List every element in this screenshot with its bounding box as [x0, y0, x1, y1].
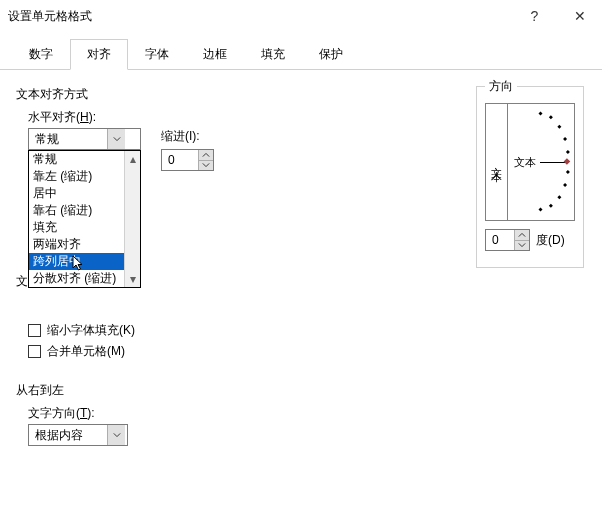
content-area: 文本对齐方式 水平对齐(H): 常规 常规 靠左 (缩进) 居中 靠右 (缩进)…: [0, 70, 602, 456]
tab-number[interactable]: 数字: [12, 39, 70, 70]
chevron-down-icon: [113, 431, 121, 439]
svg-rect-2: [557, 125, 561, 129]
titlebar: 设置单元格格式 ? ✕: [0, 0, 602, 32]
dropdown-scrollbar[interactable]: ▴ ▾: [124, 151, 140, 287]
svg-rect-8: [557, 195, 561, 199]
svg-rect-1: [549, 115, 553, 119]
orientation-group: 方向 文本 文本: [476, 78, 584, 268]
svg-rect-6: [566, 170, 570, 174]
shrink-to-fit-row: 缩小字体填充(K): [28, 322, 586, 339]
shrink-to-fit-checkbox[interactable]: [28, 324, 41, 337]
chevron-up-icon: [202, 151, 210, 159]
chevron-up-icon: [518, 231, 526, 239]
orientation-degree-label: 度(D): [536, 232, 565, 249]
indent-spin-up[interactable]: [199, 150, 213, 161]
indent-spin-down[interactable]: [199, 161, 213, 171]
indent-label: 缩进(I):: [161, 128, 214, 145]
chevron-down-icon: [202, 161, 210, 169]
horizontal-align-dropdown-list: 常规 靠左 (缩进) 居中 靠右 (缩进) 填充 两端对齐 跨列居中 分散对齐 …: [28, 150, 141, 288]
tab-fill[interactable]: 填充: [244, 39, 302, 70]
horizontal-align-combo[interactable]: 常规: [28, 128, 141, 150]
svg-rect-7: [563, 183, 567, 187]
text-direction-value: 根据内容: [29, 425, 107, 445]
chevron-down-icon: [518, 241, 526, 249]
svg-rect-0: [539, 111, 543, 115]
text-direction-dropdown-button[interactable]: [107, 425, 125, 445]
chevron-down-icon: [113, 135, 121, 143]
tab-strip: 数字 对齐 字体 边框 填充 保护: [0, 38, 602, 70]
tab-alignment[interactable]: 对齐: [70, 39, 128, 70]
svg-rect-9: [549, 204, 553, 208]
tab-font[interactable]: 字体: [128, 39, 186, 70]
horizontal-align-value: 常规: [29, 129, 107, 149]
orientation-box: 文本 文本: [485, 103, 575, 221]
text-direction-label: 文字方向(T):: [28, 405, 586, 422]
window-title: 设置单元格格式: [8, 8, 512, 25]
orientation-degree-value[interactable]: 0: [486, 230, 514, 250]
horizontal-align-dropdown-button[interactable]: [107, 129, 125, 149]
svg-rect-4: [566, 150, 570, 154]
merge-cells-checkbox[interactable]: [28, 345, 41, 358]
merge-cells-label: 合并单元格(M): [47, 343, 125, 360]
orientation-dial[interactable]: 文本: [508, 104, 574, 220]
scrollbar-up-icon[interactable]: ▴: [125, 151, 140, 167]
svg-rect-10: [539, 208, 543, 212]
orientation-degree-spinner[interactable]: 0: [485, 229, 530, 251]
tab-protection[interactable]: 保护: [302, 39, 360, 70]
orientation-spin-up[interactable]: [515, 230, 529, 241]
orientation-spin-down[interactable]: [515, 241, 529, 251]
scrollbar-down-icon[interactable]: ▾: [125, 271, 140, 287]
rtl-section-label: 从右到左: [16, 382, 586, 399]
svg-rect-5: [564, 158, 571, 165]
close-button[interactable]: ✕: [557, 0, 602, 32]
tab-border[interactable]: 边框: [186, 39, 244, 70]
orientation-legend: 方向: [485, 78, 517, 95]
text-direction-combo[interactable]: 根据内容: [28, 424, 128, 446]
orientation-dial-dots: [508, 104, 574, 220]
orientation-vertical-text-button[interactable]: 文本: [486, 104, 508, 220]
svg-rect-3: [563, 137, 567, 141]
help-button[interactable]: ?: [512, 0, 557, 32]
indent-spinner[interactable]: 0: [161, 149, 214, 171]
merge-cells-row: 合并单元格(M): [28, 343, 586, 360]
shrink-to-fit-label: 缩小字体填充(K): [47, 322, 135, 339]
indent-value[interactable]: 0: [162, 150, 198, 170]
